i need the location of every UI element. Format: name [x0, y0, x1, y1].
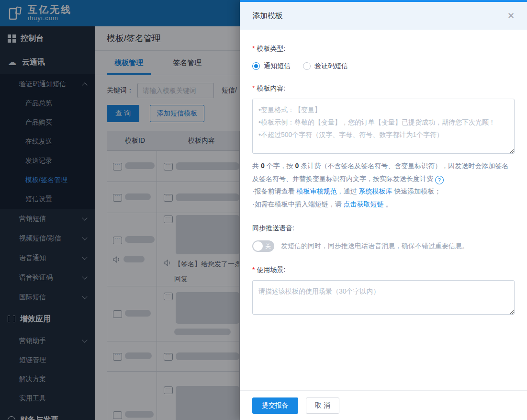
- sidebar-item-shortlink-mgmt[interactable]: 短链管理: [0, 351, 95, 370]
- tab-template-mgmt[interactable]: 模板管理: [114, 51, 143, 75]
- sidebar-nav: 控制台 云通讯 验证码通知短信 产品总览 产品购买 在线发送 发送记录: [0, 26, 95, 420]
- sidebar-item-label: 实用工具: [19, 394, 46, 403]
- sidebar-item-label: 语音验证码: [19, 273, 53, 282]
- template-content-label: 模板内容:: [257, 84, 285, 92]
- search-button[interactable]: 查 询: [107, 105, 139, 122]
- redacted-content: [176, 386, 239, 420]
- sidebar-item-console[interactable]: 控制台: [0, 26, 95, 50]
- sidebar-item-marketing-sms[interactable]: 营销短信: [0, 209, 95, 228]
- sidebar-item-verify-notify-sms[interactable]: 验证码通知短信: [0, 74, 95, 94]
- table-row: [107, 151, 239, 182]
- sidebar-item-utilities[interactable]: 实用工具: [0, 389, 95, 408]
- help-icon[interactable]: ?: [435, 176, 444, 184]
- table-row: [107, 341, 239, 372]
- sidebar-item-voice-verify[interactable]: 语音验证码: [0, 268, 95, 287]
- template-table: 模板ID 模板内容: [107, 131, 240, 420]
- word-count: 0: [261, 162, 265, 170]
- voice-template-preview: 【签名】给您发了一条通: [174, 259, 239, 269]
- tab-signature-mgmt[interactable]: 签名管理: [173, 51, 202, 75]
- table-row: [107, 182, 239, 213]
- sidebar-item-video-mms[interactable]: 视频短信/彩信: [0, 228, 95, 248]
- template-type-label: 模板类型:: [257, 45, 285, 52]
- top-header-bar: 互亿无线 ihuyi.com: [0, 0, 240, 26]
- sidebar-item-label: 营销短信: [19, 215, 46, 223]
- chat-bubble-icon: [113, 237, 122, 244]
- template-content-field: *模板内容: 共 0 个字，按 0 条计费（不含签名及签名符号、含变量标识符），…: [252, 84, 515, 210]
- close-icon[interactable]: ✕: [507, 11, 515, 20]
- sidebar-item-solutions[interactable]: 解决方案: [0, 370, 95, 389]
- submit-report-button[interactable]: 提交报备: [252, 397, 298, 414]
- chevron-down-icon: [82, 215, 87, 220]
- keyword-label: 关键词：: [107, 86, 134, 95]
- filter-row: 关键词： 短信/: [107, 83, 240, 98]
- required-asterisk: *: [252, 266, 255, 273]
- sidebar-item-product-purchase[interactable]: 产品购买: [0, 113, 95, 132]
- radio-label: 验证码短信: [314, 62, 348, 70]
- redacted-content: [176, 352, 239, 360]
- chat-bubble-icon: [113, 411, 122, 419]
- chat-bubble-icon: [113, 310, 122, 318]
- action-buttons-row: 查 询 添加短信模板: [107, 105, 240, 122]
- brand-name: 互亿无线: [28, 5, 72, 15]
- redacted-id: [123, 256, 145, 262]
- sidebar-item-template-signature[interactable]: 模板/签名管理: [0, 170, 95, 190]
- redacted-content: [174, 329, 231, 335]
- sidebar-item-intl-sms[interactable]: 国际短信: [0, 287, 95, 307]
- redacted-id: [125, 310, 151, 317]
- brand-logo[interactable]: 互亿无线 ihuyi.com: [7, 5, 72, 22]
- usage-scene-textarea[interactable]: [252, 280, 515, 315]
- system-template-library-link[interactable]: 系统模板库: [359, 187, 392, 195]
- speaker-icon: [164, 260, 171, 266]
- template-review-spec-link[interactable]: 模板审核规范: [297, 187, 337, 195]
- radio-notify-sms[interactable]: 通知短信: [252, 62, 291, 70]
- brand-logo-icon: [7, 5, 24, 22]
- cancel-button[interactable]: 取 消: [306, 397, 339, 414]
- get-shortlink-link[interactable]: 点击获取短链: [344, 200, 384, 208]
- sidebar-item-online-send[interactable]: 在线发送: [0, 132, 95, 151]
- add-template-button[interactable]: 添加短信模板: [150, 105, 204, 122]
- sidebar-item-label: 解决方案: [19, 375, 46, 384]
- tip-line-shortlink: ·如需在模板中插入端短链，请 点击获取短链 。: [252, 198, 515, 211]
- keyword-input[interactable]: [137, 83, 214, 98]
- redacted-content: [176, 162, 239, 170]
- sidebar-item-cloud-comm[interactable]: 云通讯: [0, 50, 95, 74]
- app-root: 互亿无线 ihuyi.com 控制台 云通讯 验证码通知短信 产品总览 产品购买: [0, 0, 527, 420]
- chevron-down-icon: [82, 235, 87, 240]
- redacted-id: [125, 162, 155, 169]
- sidebar-item-finance-invoice[interactable]: 财务与发票: [0, 408, 95, 420]
- sidebar-item-label: 产品总览: [25, 99, 52, 108]
- sidebar-item-label: 增效应用: [20, 314, 51, 324]
- radio-verify-sms[interactable]: 验证码短信: [303, 62, 348, 70]
- template-content-textarea[interactable]: [252, 99, 515, 154]
- redacted-id: [125, 411, 154, 418]
- chevron-down-icon: [82, 294, 87, 299]
- sidebar-item-label: 语音通知: [19, 254, 46, 262]
- drawer-footer: 提交报备 取 消: [240, 390, 527, 420]
- chevron-down-icon: [82, 337, 87, 342]
- sidebar-item-product-overview[interactable]: 产品总览: [0, 94, 95, 113]
- required-asterisk: *: [252, 84, 255, 92]
- grid-icon: [8, 34, 16, 43]
- sidebar-item-send-records[interactable]: 发送记录: [0, 151, 95, 170]
- sidebar-item-voice-notify[interactable]: 语音通知: [0, 248, 95, 268]
- chat-bubble-icon: [164, 353, 173, 361]
- table-header-row: 模板ID 模板内容: [107, 131, 239, 151]
- sidebar-item-label: 发送记录: [25, 157, 52, 165]
- usage-scene-field: *使用场景:: [252, 265, 515, 317]
- drawer-header: 添加模板 ✕: [240, 2, 527, 30]
- voice-push-description: 发短信的同时，同步推送电话语音消息，确保不错过重要信息。: [281, 242, 469, 250]
- sidebar-item-enhance-apps[interactable]: 增效应用: [0, 307, 95, 331]
- radio-label: 通知短信: [264, 62, 291, 70]
- chevron-up-icon: [82, 82, 87, 88]
- toggle-off-label: 关: [265, 242, 271, 250]
- circle-icon: [8, 416, 15, 420]
- sidebar-item-marketing-assistant[interactable]: 营销助手: [0, 331, 95, 351]
- voice-push-toggle[interactable]: 关: [252, 240, 274, 252]
- sidebar-item-label: 控制台: [21, 34, 44, 44]
- voice-template-preview: 回复: [174, 274, 239, 284]
- tip-line-review: ·报备前请查看 模板审核规范，通过 系统模板库 快速添加模板；: [252, 185, 515, 198]
- table-row: [107, 286, 239, 341]
- sidebar-item-sms-settings[interactable]: 短信设置: [0, 190, 95, 209]
- chat-bubble-icon: [113, 194, 122, 202]
- redacted-id: [125, 352, 152, 359]
